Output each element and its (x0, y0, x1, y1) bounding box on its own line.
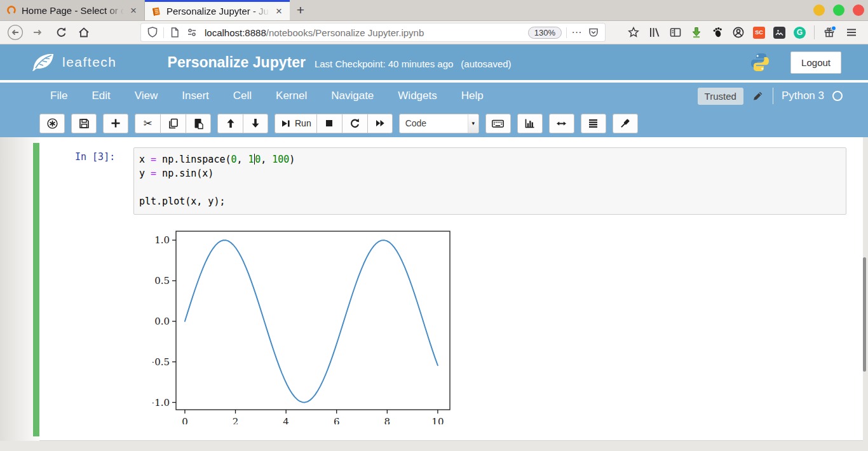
copy-cell-button[interactable] (160, 114, 186, 133)
menu-item-insert[interactable]: Insert (170, 90, 221, 102)
plus-icon (110, 118, 121, 129)
svg-text:0.5: 0.5 (154, 275, 170, 286)
sidebar-icon[interactable] (669, 26, 682, 39)
chart-extension-button[interactable] (517, 114, 543, 133)
library-icon[interactable] (648, 26, 661, 39)
download-helper-icon[interactable] (690, 26, 703, 39)
svg-text:−1.0: −1.0 (153, 397, 170, 408)
minimize-button[interactable] (813, 4, 825, 16)
scihub-extension-icon[interactable]: SC (753, 27, 765, 39)
whats-new-gift-icon[interactable] (823, 25, 837, 39)
svg-text:2: 2 (233, 416, 239, 424)
menu-bar: FileEditViewInsertCellKernelNavigateWidg… (0, 83, 868, 109)
tab-title: Personalize Jupyter - Jup (166, 6, 269, 17)
output-plot: 02468101.00.50.0−0.5−1.0 (153, 227, 458, 424)
menu-item-edit[interactable]: Edit (79, 90, 122, 102)
url-bar[interactable]: localhost:8888/notebooks/Personalize Jup… (141, 24, 605, 41)
close-icon[interactable]: × (275, 6, 283, 17)
list-icon (587, 118, 599, 130)
account-icon[interactable] (732, 26, 745, 39)
menu-item-cell[interactable]: Cell (221, 90, 264, 102)
run-cell-button[interactable]: Run (275, 114, 316, 133)
page-actions-icon[interactable]: … (571, 28, 583, 37)
edit-pencil-icon[interactable] (752, 90, 764, 102)
menu-item-widgets[interactable]: Widgets (386, 90, 449, 102)
notebook-title[interactable]: Personalize Jupyter (168, 54, 306, 71)
clipboard-group: ✂ (135, 114, 211, 133)
save-icon (78, 118, 90, 130)
new-tab-button[interactable]: + (290, 0, 311, 20)
home-button[interactable] (75, 24, 93, 41)
pocket-icon[interactable] (587, 26, 600, 39)
table-of-contents-button[interactable] (581, 114, 606, 133)
code-line (139, 180, 841, 194)
logout-button[interactable]: Logout (790, 51, 841, 74)
kernel-idle-icon (832, 91, 843, 101)
tab-personalize-jupyter[interactable]: Personalize Jupyter - Jup × (145, 0, 290, 20)
scrollbar-thumb[interactable] (863, 257, 866, 372)
menu-item-view[interactable]: View (123, 90, 170, 102)
site-permissions-icon[interactable] (186, 26, 198, 39)
save-button[interactable] (71, 114, 97, 133)
cut-cell-button[interactable]: ✂ (135, 114, 160, 133)
notebook-toolbar: ✂ (0, 109, 868, 137)
cell-type-value: Code (405, 118, 426, 128)
back-button[interactable] (6, 24, 24, 41)
jupyter-header: leaftech Personalize Jupyter Last Checkp… (0, 44, 868, 81)
reload-button[interactable] (52, 24, 70, 41)
paste-cell-button[interactable] (186, 114, 211, 133)
restart-kernel-button[interactable] (342, 114, 367, 133)
cell-type-select[interactable]: Code ▾ (399, 114, 479, 133)
screenshot-extension-icon[interactable] (773, 27, 785, 39)
nbextensions-button[interactable] (613, 114, 638, 133)
svg-text:8: 8 (384, 416, 391, 424)
header-right: Logout (750, 51, 868, 74)
stop-icon (323, 118, 335, 129)
fast-forward-icon (374, 118, 386, 129)
command-palette-button[interactable] (485, 114, 511, 133)
move-cell-group (217, 114, 268, 133)
tab-home-page[interactable]: Home Page - Select or cr × (0, 0, 145, 20)
add-cell-button[interactable] (103, 114, 128, 133)
maximize-button[interactable] (833, 4, 844, 16)
menu-item-navigate[interactable]: Navigate (319, 90, 386, 102)
notebook-body: In [3]: x = np.linspace(0, 10, 100)y = n… (0, 137, 868, 451)
menu-hamburger-icon[interactable] (845, 26, 858, 39)
url-input[interactable]: localhost:8888/notebooks/Personalize Jup… (205, 27, 524, 38)
svg-text:1.0: 1.0 (154, 234, 170, 246)
code-editor[interactable]: x = np.linspace(0, 10, 100)y = np.sin(x)… (133, 147, 846, 215)
forward-button[interactable] (29, 24, 47, 41)
divider (773, 88, 773, 104)
arrow-down-icon (250, 118, 261, 129)
brand-name: leaftech (62, 55, 117, 70)
trusted-badge[interactable]: Trusted (698, 88, 743, 105)
divider (814, 25, 815, 39)
step-forward-icon (280, 118, 291, 129)
code-line: plt.plot(x, y); (139, 194, 841, 208)
arrow-up-icon (225, 118, 236, 129)
run-label: Run (295, 118, 311, 128)
leaftech-logo[interactable]: leaftech (0, 52, 117, 72)
cell-width-button[interactable] (549, 114, 574, 133)
move-cell-up-button[interactable] (217, 114, 243, 133)
close-window-button[interactable] (853, 4, 864, 16)
restart-run-all-button[interactable] (367, 114, 393, 133)
move-cell-down-button[interactable] (243, 114, 268, 133)
menu-right: Trusted Python 3 (698, 83, 843, 109)
cell-prompt: In [3]: (75, 151, 115, 163)
menu-item-kernel[interactable]: Kernel (264, 90, 319, 102)
menu-item-help[interactable]: Help (449, 90, 496, 102)
bar-chart-icon (524, 118, 536, 130)
autosave-status: (autosaved) (461, 58, 511, 69)
page-info-icon[interactable] (168, 26, 181, 39)
menu-item-file[interactable]: File (38, 90, 79, 102)
close-icon[interactable]: × (129, 5, 138, 16)
zoom-level-badge[interactable]: 130% (528, 27, 562, 39)
grammarly-extension-icon[interactable]: G (794, 27, 806, 39)
custom-snowflake-button[interactable] (39, 114, 65, 133)
cell-output: 02468101.00.50.0−0.5−1.0 (153, 227, 458, 427)
gnome-foot-icon[interactable] (711, 26, 724, 39)
bookmark-star-icon[interactable] (627, 26, 640, 39)
interrupt-kernel-button[interactable] (316, 114, 342, 133)
shield-icon[interactable] (146, 26, 159, 39)
